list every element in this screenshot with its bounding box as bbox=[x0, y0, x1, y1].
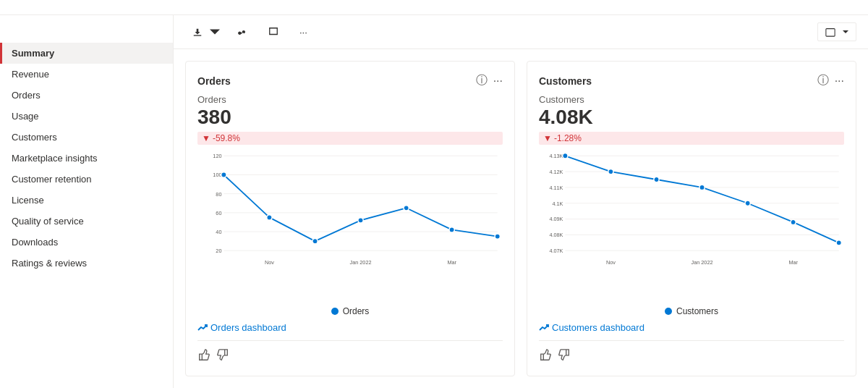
svg-text:4.08K: 4.08K bbox=[549, 232, 563, 238]
sidebar-item-marketplace-insights[interactable]: Marketplace insights bbox=[0, 148, 173, 169]
svg-text:20: 20 bbox=[216, 248, 221, 254]
sidebar-item-downloads[interactable]: Downloads bbox=[0, 232, 173, 253]
sidebar-item-usage[interactable]: Usage bbox=[0, 106, 173, 127]
svg-point-42 bbox=[654, 177, 659, 182]
svg-point-45 bbox=[791, 219, 796, 224]
svg-point-21 bbox=[449, 227, 454, 232]
metric-value: 380 bbox=[197, 106, 503, 129]
thumbs-up-icon bbox=[539, 348, 552, 361]
sidebar-item-revenue[interactable]: Revenue bbox=[0, 64, 173, 85]
download-button[interactable] bbox=[185, 23, 227, 41]
svg-text:4.12K: 4.12K bbox=[549, 169, 563, 175]
more-options-button[interactable]: ··· bbox=[292, 23, 315, 41]
svg-point-43 bbox=[699, 185, 705, 190]
card-title: Customers bbox=[539, 75, 592, 87]
legend-label: Orders bbox=[343, 306, 370, 316]
sidebar-item-customer-retention[interactable]: Customer retention bbox=[0, 169, 173, 190]
thumbs-up-button[interactable] bbox=[197, 348, 210, 364]
card-customers: Customers ⓘ ··· Customers 4.08K ▼ -1.28%… bbox=[527, 61, 856, 376]
card-header: Orders ⓘ ··· bbox=[197, 73, 503, 88]
change-arrow-icon: ▼ bbox=[543, 133, 552, 143]
chart-legend: Orders bbox=[197, 306, 503, 316]
info-button[interactable]: ⓘ bbox=[476, 73, 488, 88]
toolbar: ··· bbox=[174, 15, 868, 49]
thumbs-down-button[interactable] bbox=[216, 348, 229, 364]
card-footer-actions bbox=[539, 340, 844, 364]
svg-point-19 bbox=[358, 217, 363, 222]
date-chevron-icon bbox=[843, 29, 848, 35]
metric-change: ▼ -1.28% bbox=[539, 132, 844, 145]
share-button[interactable] bbox=[230, 23, 258, 41]
metric-change: ▼ -59.8% bbox=[197, 132, 503, 145]
breadcrumb bbox=[0, 0, 868, 15]
sidebar-item-quality-of-service[interactable]: Quality of service bbox=[0, 211, 173, 232]
legend-dot bbox=[665, 308, 672, 315]
card-orders: Orders ⓘ ··· Orders 380 ▼ -59.8% 1201008… bbox=[185, 61, 515, 376]
card-header: Customers ⓘ ··· bbox=[539, 73, 844, 88]
share-icon bbox=[237, 27, 247, 37]
sidebar-item-overview[interactable] bbox=[0, 24, 173, 33]
line-chart: 4.13K4.12K4.11K4.1K4.09K4.08K4.07K NovJa… bbox=[539, 151, 844, 266]
sidebar-item-customers[interactable]: Customers bbox=[0, 127, 173, 148]
svg-text:120: 120 bbox=[213, 153, 221, 159]
change-value: -59.8% bbox=[213, 133, 240, 143]
chevron-down-icon bbox=[210, 27, 220, 37]
dashboard-link[interactable]: Customers dashboard bbox=[539, 322, 844, 333]
chart-legend: Customers bbox=[539, 306, 844, 316]
svg-text:Mar: Mar bbox=[447, 259, 456, 266]
date-filter[interactable] bbox=[817, 22, 856, 41]
sidebar-item-ratings-reviews[interactable]: Ratings & reviews bbox=[0, 253, 173, 274]
thumbs-up-icon bbox=[197, 348, 210, 361]
svg-point-16 bbox=[221, 172, 226, 177]
trend-icon bbox=[539, 323, 549, 333]
card-more-button[interactable]: ··· bbox=[835, 75, 844, 88]
legend-dot bbox=[331, 308, 339, 315]
svg-text:100: 100 bbox=[213, 172, 221, 178]
whats-new-button[interactable] bbox=[261, 23, 289, 41]
card-footer: Customers dashboard bbox=[539, 322, 844, 364]
sidebar-section-label bbox=[0, 33, 173, 43]
svg-text:Jan 2022: Jan 2022 bbox=[350, 259, 372, 266]
chart-area: 12010080604020 NovJan 2022Mar bbox=[197, 151, 503, 303]
svg-text:4.09K: 4.09K bbox=[549, 216, 563, 222]
metric-label: Customers bbox=[539, 94, 844, 105]
calendar-icon bbox=[825, 27, 835, 37]
card-more-button[interactable]: ··· bbox=[493, 75, 503, 88]
svg-point-18 bbox=[312, 238, 318, 243]
info-button[interactable]: ⓘ bbox=[817, 73, 829, 88]
svg-text:40: 40 bbox=[216, 229, 221, 235]
svg-point-41 bbox=[608, 169, 613, 174]
svg-text:Jan 2022: Jan 2022 bbox=[692, 259, 713, 266]
ellipsis-icon: ··· bbox=[299, 27, 307, 38]
thumbs-down-icon bbox=[558, 348, 571, 361]
svg-text:60: 60 bbox=[216, 210, 221, 216]
sidebar: SummaryRevenueOrdersUsageCustomersMarket… bbox=[0, 15, 174, 388]
card-header-actions: ⓘ ··· bbox=[817, 73, 844, 88]
svg-text:4.07K: 4.07K bbox=[549, 248, 563, 254]
sidebar-item-summary[interactable]: Summary bbox=[0, 43, 173, 64]
svg-point-44 bbox=[745, 201, 750, 206]
svg-point-17 bbox=[267, 215, 272, 220]
card-footer: Orders dashboard bbox=[197, 322, 503, 364]
line-chart: 12010080604020 NovJan 2022Mar bbox=[197, 151, 503, 266]
dashboard-grid: Orders ⓘ ··· Orders 380 ▼ -59.8% 1201008… bbox=[174, 49, 868, 388]
card-header-actions: ⓘ ··· bbox=[476, 73, 503, 88]
svg-point-40 bbox=[563, 153, 568, 158]
change-arrow-icon: ▼ bbox=[202, 133, 210, 143]
legend-label: Customers bbox=[676, 306, 718, 316]
metric-value: 4.08K bbox=[539, 106, 844, 129]
svg-point-22 bbox=[495, 234, 500, 239]
whats-new-icon bbox=[268, 27, 278, 37]
dashboard-link[interactable]: Orders dashboard bbox=[197, 322, 503, 333]
svg-text:4.1K: 4.1K bbox=[553, 200, 563, 206]
card-footer-actions bbox=[197, 340, 503, 364]
svg-text:80: 80 bbox=[216, 190, 221, 197]
thumbs-up-button[interactable] bbox=[539, 348, 552, 364]
sidebar-item-orders[interactable]: Orders bbox=[0, 85, 173, 106]
svg-text:4.13K: 4.13K bbox=[549, 153, 563, 159]
trend-icon bbox=[197, 323, 208, 333]
sidebar-item-license[interactable]: License bbox=[0, 190, 173, 211]
thumbs-down-button[interactable] bbox=[558, 348, 571, 364]
chart-area: 4.13K4.12K4.11K4.1K4.09K4.08K4.07K NovJa… bbox=[539, 151, 844, 303]
svg-point-20 bbox=[404, 205, 409, 210]
